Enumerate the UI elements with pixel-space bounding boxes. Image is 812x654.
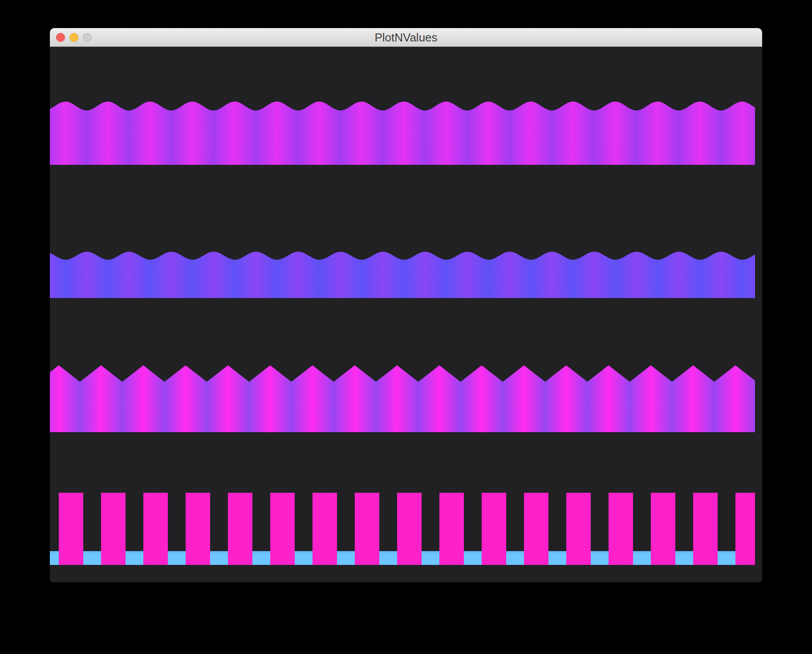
- bar: [651, 493, 675, 565]
- window-titlebar[interactable]: PlotNValues: [50, 28, 762, 47]
- bar: [186, 493, 210, 565]
- desktop-background: PlotNValues: [0, 0, 812, 654]
- bar: [228, 493, 252, 565]
- app-window: PlotNValues: [50, 28, 762, 582]
- bar: [735, 493, 755, 565]
- window-title: PlotNValues: [50, 28, 762, 47]
- wave-band-3-triangle-shape: [50, 365, 755, 432]
- waveform-plots: [50, 47, 762, 582]
- plot-canvas: [50, 47, 762, 582]
- bar: [59, 493, 83, 565]
- wave-band-2-cusp-shape: [50, 252, 755, 298]
- wave-band-3-triangle: [50, 365, 755, 432]
- bar: [397, 493, 422, 565]
- bar: [313, 493, 337, 565]
- bar: [566, 493, 591, 565]
- wave-band-4-bars: [50, 493, 755, 565]
- bar: [270, 493, 295, 565]
- wave-band-1-sine: [50, 102, 755, 165]
- bar: [439, 493, 464, 565]
- bar: [609, 493, 633, 565]
- bar: [143, 493, 168, 565]
- wave-band-2-cusp: [50, 252, 755, 298]
- bar: [524, 493, 548, 565]
- wave-band-1-sine-shape: [50, 102, 755, 165]
- bar: [355, 493, 379, 565]
- bar: [482, 493, 506, 565]
- bar: [693, 493, 718, 565]
- bar: [101, 493, 126, 565]
